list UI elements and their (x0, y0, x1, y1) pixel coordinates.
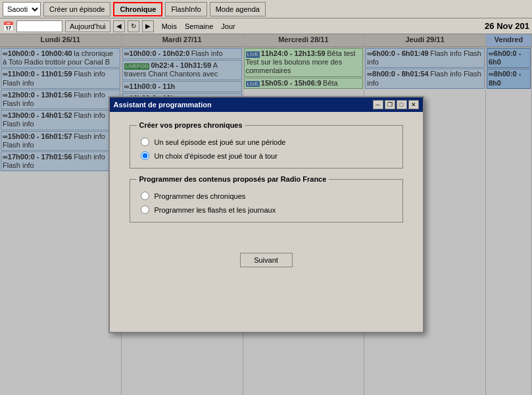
assistant-modal: Assistant de programmation ─ ❐ □ ✕ Créer… (109, 96, 424, 333)
chronique-button[interactable]: Chronique (113, 2, 162, 16)
modal-overlay: Assistant de programmation ─ ❐ □ ✕ Créer… (0, 34, 532, 395)
next-button[interactable]: ▶ (142, 20, 154, 32)
calendar-icon[interactable]: 📅 (3, 21, 14, 32)
suivant-button[interactable]: Suivant (240, 253, 293, 267)
modal-body: Créer vos propres chroniques Un seul épi… (110, 112, 423, 246)
section-radio-france: Programmer des contenus proposés par Rad… (130, 179, 403, 223)
current-date: 26 Nov 201 (485, 21, 529, 31)
station-select[interactable]: Saooti (3, 2, 41, 16)
modal-footer: Suivant (110, 246, 423, 274)
radio-tour-label[interactable]: Un choix d'épisode est joué tour à tour (155, 152, 278, 160)
date-toolbar: 📅 Aujourd'hui ◀ ↻ ▶ Mois Semaine Jour 26… (0, 18, 532, 34)
modal-titlebar: Assistant de programmation ─ ❐ □ ✕ (110, 97, 423, 112)
jour-button[interactable]: Jour (218, 22, 237, 31)
prev-button[interactable]: ◀ (113, 20, 125, 32)
radio-row-2: Un choix d'épisode est joué tour à tour (141, 151, 392, 160)
close-button[interactable]: ✕ (408, 100, 419, 109)
radio-row-4: Programmer les flashs et les journaux (141, 205, 392, 214)
today-button[interactable]: Aujourd'hui (65, 20, 110, 32)
radio-chroniques-label[interactable]: Programmer des chroniques (155, 192, 246, 200)
radio-row-1: Un seul épisode est joué sur une période (141, 138, 392, 146)
maximize-button[interactable]: □ (397, 100, 407, 109)
calendar-area: Lundi 26/11 ∞10h00:0 - 10h00:40 la chron… (0, 34, 532, 395)
view-buttons: Mois Semaine Jour (159, 22, 238, 31)
radio-single-label[interactable]: Un seul épisode est joué sur une période (155, 138, 286, 146)
radio-single-episode[interactable] (141, 138, 149, 146)
section-radio-france-label: Programmer des contenus proposés par Rad… (137, 175, 329, 183)
modal-title: Assistant de programmation (114, 101, 212, 109)
radio-flashs-journaux[interactable] (141, 205, 149, 214)
flashinfo-button[interactable]: FlashInfo (165, 2, 206, 16)
section-propres-label: Créer vos propres chroniques (137, 121, 245, 129)
restore-button[interactable]: ❐ (385, 100, 395, 109)
sync-button[interactable]: ↻ (128, 20, 139, 32)
window-buttons: ─ ❐ □ ✕ (373, 100, 419, 109)
radio-tour-a-tour[interactable] (141, 151, 149, 160)
mode-agenda-button[interactable]: Mode agenda (210, 2, 266, 16)
radio-row-3: Programmer des chroniques (141, 192, 392, 200)
date-input[interactable] (16, 20, 62, 32)
minimize-button[interactable]: ─ (373, 100, 383, 109)
mois-button[interactable]: Mois (159, 22, 180, 31)
radio-flashs-label[interactable]: Programmer les flashs et les journaux (155, 206, 276, 214)
create-episode-button[interactable]: Créer un épisode (43, 2, 110, 16)
radio-programmer-chroniques[interactable] (141, 192, 149, 200)
semaine-button[interactable]: Semaine (182, 22, 216, 31)
main-toolbar: Saooti Créer un épisode Chronique FlashI… (0, 0, 532, 18)
section-propres-chroniques: Créer vos propres chroniques Un seul épi… (130, 125, 403, 169)
